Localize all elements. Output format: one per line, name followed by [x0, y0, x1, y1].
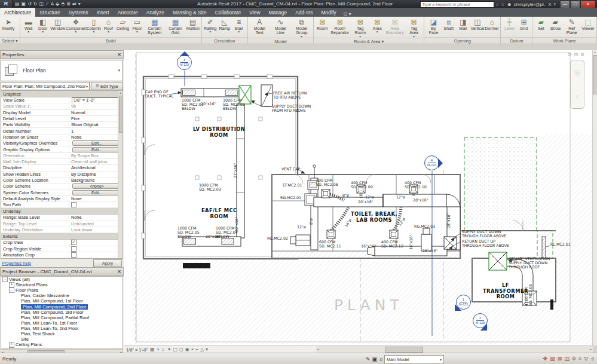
ribbon-button-stair[interactable]: ≡Stair▾ — [232, 17, 246, 33]
tab-view[interactable]: View — [245, 8, 264, 17]
prop-value[interactable]: Edit... — [69, 146, 123, 152]
browser-item-label[interactable]: Ceiling Plans — [16, 342, 42, 347]
expand-icon[interactable]: + — [9, 282, 14, 287]
undo-icon[interactable]: ↺ — [27, 0, 32, 8]
door-icon[interactable]: ◧ — [39, 17, 46, 26]
wall2-icon[interactable]: ◨ — [460, 17, 466, 26]
tab-insert[interactable]: Insert — [92, 8, 113, 17]
show-icon[interactable]: ▰ — [553, 17, 558, 26]
browser-item-views-all[interactable]: -Views (all) — [1, 277, 123, 282]
sign-in-icon[interactable]: ☻ — [507, 2, 512, 7]
dormer-icon[interactable]: ⌂ — [490, 17, 494, 26]
collapse-icon[interactable]: - — [9, 347, 14, 349]
collapse-icon[interactable]: - — [2, 277, 8, 282]
text-note-icon[interactable]: A — [51, 0, 54, 8]
roomsep-icon[interactable]: ⊠ — [337, 17, 343, 26]
prop-value[interactable]: Edit... — [69, 258, 123, 259]
chevron-down-icon[interactable]: ▾ — [27, 30, 29, 33]
browser-item-plan-mill-lean-to-2nd-floor[interactable]: Plan, Mill Lean-To, 2nd Floor — [1, 326, 123, 331]
section-marker-1[interactable]: 1M-123 — [456, 295, 471, 310]
prop-value[interactable]: None — [69, 215, 123, 220]
room-icon[interactable]: ⊠ — [319, 17, 325, 26]
prop-group-underlay[interactable]: Underlay⌃ — [1, 208, 123, 215]
prop-value[interactable]: None — [69, 134, 123, 140]
default-3d-icon[interactable]: ⬙ — [56, 0, 59, 8]
browser-item-label[interactable]: Structural Plans — [16, 282, 48, 287]
reveal-hidden-icon[interactable]: ⌖ — [191, 347, 194, 353]
prop-edit-button[interactable]: Edit... — [72, 190, 121, 195]
ribbon-button-curtain-grid[interactable]: ▦Curtain Grid — [165, 17, 186, 35]
grid-icon[interactable]: ⊞ — [521, 17, 526, 26]
ribbon-button-set[interactable]: ▰Set — [534, 17, 548, 30]
ribbon-button-modify[interactable]: ➤Modify — [1, 17, 16, 30]
browser-item-plan-mill-compound-3rd-floor[interactable]: Plan, Mill Compound, 3rd Floor — [1, 310, 123, 315]
window-icon[interactable]: ◫ — [54, 17, 61, 26]
viewbar-more-icon[interactable]: ▾ — [206, 347, 208, 353]
sun-icon[interactable]: ☼ — [161, 347, 165, 353]
browser-item-plan-test-shack[interactable]: Plan, Test Shack — [1, 331, 123, 337]
section-marker-4[interactable]: 4M-123 — [424, 155, 439, 170]
prop-value[interactable]: Edit... — [69, 140, 123, 146]
type-selector[interactable]: Floor Plan ▾ — [1, 60, 123, 81]
analysis-icon[interactable]: ◬ — [200, 347, 204, 353]
chevron-down-icon[interactable]: ▾ — [42, 30, 44, 33]
prop-edit-button[interactable]: <none> — [72, 183, 121, 189]
chevron-down-icon[interactable]: ▾ — [238, 30, 240, 33]
chevron-down-icon[interactable]: ▾ — [136, 30, 138, 33]
ribbon-button-curtain-system[interactable]: ▦Curtain System — [144, 17, 165, 35]
project-browser-header[interactable]: Project Browser - CMC_Durant_CM-04.rvt ✕ — [0, 267, 124, 276]
floor-icon[interactable]: ▭ — [134, 17, 140, 26]
help-icon[interactable]: ? — [553, 2, 556, 7]
close-icon[interactable]: ✕ — [117, 269, 121, 274]
properties-help-link[interactable]: Properties help — [2, 261, 31, 266]
prop-edit-button[interactable]: Edit... — [72, 147, 121, 152]
edit-family-icon[interactable]: ⊠ — [558, 355, 562, 362]
ribbon-button-dormer[interactable]: ⌂Dormer — [485, 17, 500, 30]
ribbon-button-viewer[interactable]: ⬚Viewer — [581, 17, 595, 30]
model-graphics-icon[interactable]: ▦ — [150, 347, 155, 353]
ribbon-button-grid[interactable]: ⊞Grid — [516, 17, 531, 30]
level-icon[interactable]: ┿ — [507, 17, 512, 26]
background-icon[interactable]: ◫ — [564, 355, 570, 362]
viewcube-icon[interactable]: ⊡ — [574, 52, 578, 57]
redo-icon[interactable]: ↻ — [33, 0, 38, 8]
mullion-icon[interactable]: ▤ — [189, 17, 196, 26]
chevron-down-icon[interactable]: ▾ — [93, 30, 94, 33]
ribbon-button-room-separator[interactable]: ⊠Room Separator — [329, 17, 350, 35]
browser-item-label[interactable]: Plan, Mill Compound, Partial Roof — [21, 315, 89, 320]
section-marker-2[interactable]: 2M-123 — [473, 313, 488, 328]
expand-icon[interactable]: + — [9, 342, 14, 347]
exclude-options-icon[interactable]: ▧ — [550, 355, 555, 362]
browser-item-label[interactable]: Plan, Mill Compound, 2nd Floor — [21, 304, 88, 310]
exchange-apps-icon[interactable]: X — [548, 2, 551, 7]
filter-icon[interactable]: ▽ — [584, 355, 588, 362]
vertical-icon[interactable]: ◫ — [474, 17, 480, 26]
crop-icon[interactable]: ▢ — [173, 347, 178, 353]
tab-manage[interactable]: Manage — [264, 8, 291, 17]
apply-button[interactable]: Apply — [93, 259, 122, 267]
component-icon[interactable]: ❖ — [73, 17, 79, 26]
prop-value[interactable]: Edit... — [69, 189, 123, 195]
open-icon[interactable]: ▤ — [15, 0, 20, 8]
browser-item-plan-mill-compound-2nd-floor[interactable]: Plan, Mill Compound, 2nd Floor — [1, 304, 123, 309]
prop-group-graphics[interactable]: Graphics⌃ — [1, 91, 123, 97]
shaft-icon[interactable]: ⧈ — [446, 17, 451, 26]
ceiling-icon[interactable]: ▱ — [120, 17, 125, 26]
ribbon-button-shaft[interactable]: ⧈Shaft — [442, 17, 456, 30]
press-drag-icon[interactable]: ✥ — [543, 355, 548, 362]
browser-item-structural-plans[interactable]: +Structural Plans — [1, 282, 123, 287]
prop-edit-button[interactable]: Edit... — [72, 258, 121, 259]
prop-value[interactable]: <none> — [69, 183, 123, 189]
csystem-icon[interactable]: ▦ — [151, 17, 158, 26]
close-view-icon[interactable]: ✕ — [580, 52, 584, 57]
byface-icon[interactable]: ◪ — [430, 17, 437, 26]
prop-value[interactable]: Normal — [69, 110, 123, 115]
browser-item-plan-mill-compound-partial-roof[interactable]: Plan, Mill Compound, Partial Roof — [1, 315, 123, 320]
thin-lines-icon[interactable]: ≣ — [66, 0, 71, 8]
prop-group-extents[interactable]: Extents⌃ — [1, 233, 123, 240]
prop-input[interactable]: 1/8" = 1'-0" — [72, 97, 122, 103]
unlocked-icon[interactable]: ⌐ — [195, 347, 198, 353]
areab-icon[interactable]: ⊠ — [392, 17, 398, 26]
mgroup-icon[interactable]: ⧉ — [299, 17, 304, 26]
browser-item-plan-caster-mezzanine[interactable]: Plan, Caster Mezzanine — [1, 293, 123, 298]
